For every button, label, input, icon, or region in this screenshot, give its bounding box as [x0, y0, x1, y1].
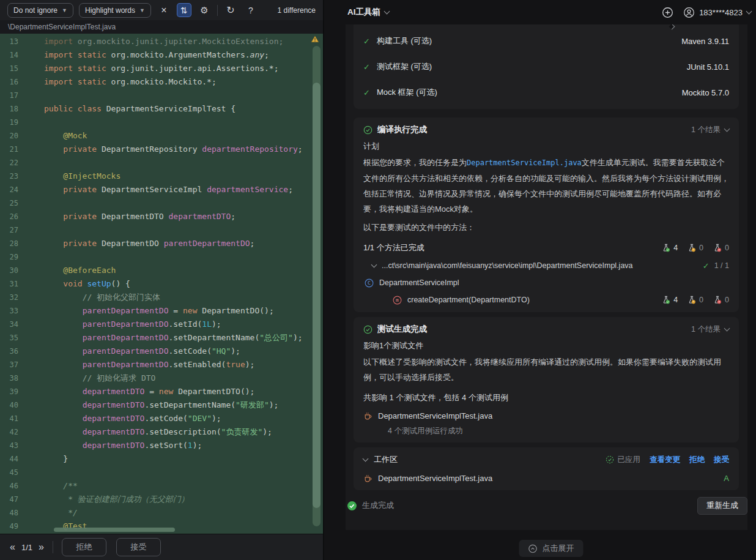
- result-count: 1 个结果: [691, 324, 721, 335]
- regenerate-button[interactable]: 重新生成: [697, 497, 747, 515]
- code-line: 40 departmentDTO.setDepartmentName("研发部"…: [0, 398, 323, 412]
- footer-divider: [53, 541, 53, 553]
- line-number: 31: [0, 277, 28, 291]
- testgen-card: 测试生成完成 1 个结果 影响1个测试文件 以下概述了受影响的测试文件，我将继续…: [354, 317, 739, 442]
- code-line: 42 departmentDTO.setDescription("负责研发");: [0, 425, 323, 439]
- code-line: 24 private DepartmentServiceImpl departm…: [0, 183, 323, 196]
- code-line: 23 @InjectMocks: [0, 170, 323, 183]
- reject-button[interactable]: 拒绝: [62, 538, 106, 556]
- close-icon[interactable]: ×: [157, 3, 171, 17]
- difference-count: 1 difference: [278, 6, 316, 15]
- applied-status: 已应用: [606, 455, 641, 465]
- test-file-name: DepartmentServiceImplTest.java: [378, 411, 492, 420]
- check-icon: ✓: [703, 261, 710, 271]
- warning-icon[interactable]: [311, 35, 319, 45]
- line-number: 42: [0, 425, 28, 439]
- breadcrumb-path: \DepartmentServiceImplTest.java: [8, 23, 116, 31]
- line-number: 50: [0, 533, 28, 534]
- test-warn-badge: 0: [687, 244, 703, 252]
- code-lines: 13import org.mockito.junit.jupiter.Mocki…: [0, 35, 323, 534]
- generation-status: 生成完成: [362, 500, 394, 511]
- line-number: 43: [0, 439, 28, 452]
- code-line: 21 private DepartmentRepository departme…: [0, 143, 323, 156]
- line-number: 38: [0, 371, 28, 385]
- check-icon: ✓: [363, 37, 370, 46]
- vertical-scrollbar-thumb[interactable]: [313, 83, 321, 508]
- chevron-down-icon: [746, 8, 752, 14]
- chevron-down-icon[interactable]: [371, 261, 377, 267]
- testgen-subtitle: 影响1个测试文件: [363, 340, 729, 351]
- code-line: 18public class DepartmentServiceImplTest…: [0, 102, 323, 116]
- line-number: 18: [0, 102, 28, 116]
- code-editor[interactable]: 13import org.mockito.junit.jupiter.Mocki…: [0, 34, 323, 534]
- view-changes-link[interactable]: 查看变更: [650, 455, 680, 465]
- swap-sides-icon[interactable]: ⇅: [177, 3, 191, 17]
- horizontal-scrollbar-thumb[interactable]: [54, 528, 175, 532]
- testgen-result-toggle[interactable]: 1 个结果: [691, 324, 729, 335]
- line-number: 40: [0, 398, 28, 412]
- highlight-mode-value: Highlight words: [85, 6, 135, 15]
- class-row[interactable]: C DepartmentServiceImpl: [363, 277, 729, 289]
- result-count: 1 个结果: [691, 125, 721, 135]
- flask-icon: [687, 296, 696, 304]
- line-number: 16: [0, 75, 28, 89]
- user-avatar-icon: [683, 7, 695, 18]
- java-file-icon: [363, 411, 372, 420]
- toolbar-divider: [217, 5, 218, 16]
- code-line: 35 parentDepartmentDO.setDepartmentName(…: [0, 331, 323, 345]
- added-badge: A: [724, 474, 729, 483]
- ignore-mode-dropdown[interactable]: Do not ignore ▼: [7, 3, 73, 18]
- highlight-mode-dropdown[interactable]: Highlight words ▼: [79, 3, 151, 18]
- previous-change-button[interactable]: «: [10, 542, 15, 552]
- method-row[interactable]: m createDepartment(DepartmentDTO) 400: [363, 294, 729, 306]
- help-icon[interactable]: ?: [243, 3, 258, 17]
- line-number: 30: [0, 264, 28, 277]
- line-number: 15: [0, 62, 28, 75]
- flask-icon: [687, 244, 696, 252]
- next-change-button[interactable]: »: [39, 542, 44, 552]
- code-line: 31 void setUp() {: [0, 277, 323, 291]
- code-line: 28 private DepartmentDO parentDepartment…: [0, 237, 323, 250]
- method-icon: m: [393, 296, 402, 305]
- gear-icon[interactable]: ⚙: [197, 3, 212, 17]
- line-number: 19: [0, 116, 28, 129]
- workspace-file-row[interactable]: DepartmentServiceImplTest.java A: [363, 472, 729, 484]
- environment-card: ✓构建工具 (可选)Maven 3.9.11✓测试框架 (可选)JUnit 5.…: [354, 24, 739, 109]
- code-line: 39 departmentDTO = new DepartmentDTO();: [0, 385, 323, 398]
- method-signature: createDepartment(DepartmentDTO): [407, 296, 530, 304]
- expand-button[interactable]: 点击展开: [519, 540, 584, 557]
- line-number: 33: [0, 304, 28, 318]
- workspace-card: 工作区 已应用 查看变更 拒绝 接受 Depar: [354, 447, 739, 490]
- reject-link[interactable]: 拒绝: [689, 455, 705, 465]
- panel-title[interactable]: AI工具箱: [347, 7, 380, 18]
- test-detail-row[interactable]: 4 个测试用例运行成功: [363, 425, 729, 436]
- applied-dashed-check-icon: [606, 455, 614, 464]
- add-icon[interactable]: [662, 7, 673, 18]
- svg-text:C: C: [368, 280, 371, 286]
- code-line: 47 * 验证创建部门成功（无父部门）: [0, 493, 323, 506]
- file-tree-row[interactable]: ...ct\src\main\java\com\feisuanyz\servic…: [363, 259, 729, 272]
- ai-toolbox-panel: AI工具箱 183****4823 ✓构建工具 (可选)Mave: [324, 0, 756, 560]
- compile-result-toggle[interactable]: 1 个结果: [691, 125, 729, 135]
- line-number: 28: [0, 237, 28, 250]
- change-position: 1/1: [21, 543, 32, 552]
- code-line: 44 }: [0, 452, 323, 466]
- class-icon: C: [365, 278, 374, 288]
- account-menu[interactable]: 183****4823: [683, 7, 749, 18]
- test-file-row[interactable]: DepartmentServiceImplTest.java: [363, 409, 729, 422]
- accept-button[interactable]: 接受: [116, 538, 161, 556]
- progress-label: 1/1 个方法已完成: [363, 242, 424, 253]
- test-fail-badge: 0: [713, 244, 729, 252]
- test-fail-badge: 0: [713, 296, 729, 304]
- accept-link[interactable]: 接受: [714, 455, 729, 465]
- code-line: 33 parentDepartmentDO = new DepartmentDO…: [0, 304, 323, 318]
- chevron-down-icon[interactable]: [363, 455, 369, 461]
- account-number: 183****4823: [699, 8, 743, 17]
- env-label: Mock 框架 (可选): [377, 87, 437, 98]
- code-line: 19: [0, 116, 323, 129]
- file-path: ...ct\src\main\java\com\feisuanyz\servic…: [382, 261, 633, 270]
- java-file-icon: [363, 474, 372, 483]
- success-circle-icon: [363, 325, 372, 334]
- refresh-diff-icon[interactable]: ↻: [223, 3, 238, 17]
- diff-toolbar: Do not ignore ▼ Highlight words ▼ × ⇅ ⚙ …: [0, 0, 323, 20]
